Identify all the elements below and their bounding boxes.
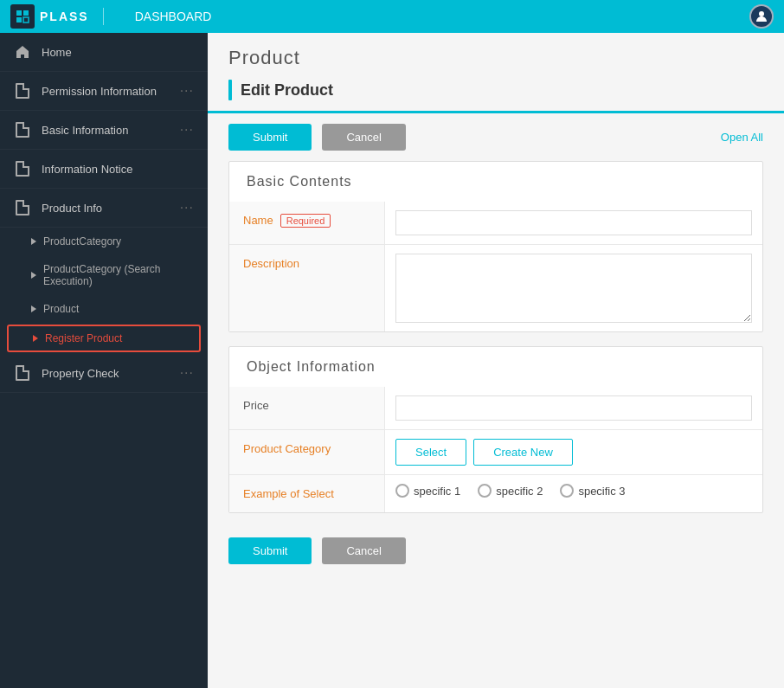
top-bar-divider [103,8,104,25]
sidebar-item-basic-label: Basic Information [42,124,170,137]
radio-specific2[interactable]: specific 2 [478,484,543,498]
object-information-section: Object Information Price Product Categor… [228,346,763,513]
sidebar-item-property-label: Property Check [42,367,170,380]
top-submit-button[interactable]: Submit [228,124,312,151]
logo: PLASS [10,4,89,29]
description-label: Description [229,245,385,331]
arrow-icon-product [31,305,36,312]
svg-rect-3 [23,17,29,23]
sidebar-item-basic[interactable]: Basic Information ··· [0,111,208,150]
content-area: Product Edit Product Submit Cancel Open … [208,33,784,688]
page-icon-basic [14,121,31,138]
main-layout: Home Permission Information ··· Basic In… [0,33,784,688]
page-icon-notice [14,160,31,177]
basic-contents-title: Basic Contents [229,162,762,202]
sidebar-item-home[interactable]: Home [0,33,208,72]
radio-circle-3 [560,484,574,498]
object-information-title: Object Information [229,347,762,387]
radio-circle-1 [395,484,409,498]
arrow-icon-register [33,335,38,342]
sidebar-sub-product-category-search[interactable]: ProductCategory (Search Execution) [0,255,208,295]
edit-header-title: Edit Product [241,81,333,100]
name-label: Name Required [229,202,385,244]
radio-specific1[interactable]: specific 1 [395,484,460,498]
home-icon [14,43,31,61]
sidebar: Home Permission Information ··· Basic In… [0,33,208,688]
sidebar-item-product-info[interactable]: Product Info ··· [0,189,208,228]
page-icon-permission [14,82,31,100]
name-input[interactable] [395,210,752,235]
price-label: Price [229,387,385,429]
page-title: Product [208,33,784,76]
top-action-bar: Submit Cancel Open All [208,113,784,161]
top-cancel-button[interactable]: Cancel [322,124,405,151]
example-select-value: specific 1 specific 2 specific 3 [385,475,762,512]
product-category-label: Product Category [229,430,385,474]
sidebar-item-permission-dots[interactable]: ··· [180,83,194,99]
logo-icon [10,4,35,29]
sidebar-item-product-label: Product Info [42,202,170,215]
sidebar-item-basic-dots[interactable]: ··· [180,122,194,138]
sidebar-item-property-dots[interactable]: ··· [180,365,194,381]
user-avatar[interactable] [749,4,774,29]
sidebar-sub-product-category[interactable]: ProductCategory [0,228,208,255]
example-select-label: Example of Select [229,475,385,512]
bottom-action-bar: Submit Cancel [208,527,784,575]
radio-circle-2 [478,484,492,498]
price-input[interactable] [395,395,752,421]
product-category-row: Product Category Select Create New [229,430,762,475]
sidebar-item-home-label: Home [42,46,194,59]
bottom-cancel-button[interactable]: Cancel [322,537,405,564]
svg-rect-0 [16,10,22,16]
open-all-button[interactable]: Open All [721,131,763,144]
page-icon-property [14,364,31,382]
create-new-button[interactable]: Create New [473,439,573,466]
description-value [385,245,762,331]
edit-header: Edit Product [208,76,784,113]
top-bar: PLASS DASHBOARD [0,0,784,33]
price-value [385,387,762,429]
name-value [385,202,762,244]
sidebar-item-permission-label: Permission Information [42,85,170,98]
sub-label-register-product: Register Product [45,332,122,344]
svg-rect-1 [23,10,29,16]
sub-label-product: Product [43,303,79,315]
description-row: Description [229,245,762,331]
svg-point-4 [759,11,764,16]
sidebar-item-info-notice[interactable]: Information Notice [0,150,208,189]
sidebar-sub-register-product[interactable]: Register Product [7,325,201,352]
arrow-icon-search [31,272,36,279]
name-row: Name Required [229,202,762,245]
page-icon-product [14,199,31,216]
sidebar-item-product-dots[interactable]: ··· [180,200,194,215]
basic-contents-section: Basic Contents Name Required Description [228,161,763,332]
logo-text: PLASS [40,10,89,23]
sidebar-sub-product[interactable]: Product [0,295,208,323]
sidebar-item-permission[interactable]: Permission Information ··· [0,72,208,111]
required-badge: Required [280,214,331,228]
description-input[interactable] [395,254,752,323]
sub-label-product-category-search: ProductCategory (Search Execution) [43,263,194,287]
sidebar-item-property-check[interactable]: Property Check ··· [0,354,208,393]
sidebar-item-notice-label: Information Notice [42,163,194,176]
bottom-submit-button[interactable]: Submit [228,537,312,564]
example-select-row: Example of Select specific 1 specific 2 [229,475,762,512]
product-category-value: Select Create New [385,430,762,474]
select-button[interactable]: Select [395,439,466,466]
sub-label-product-category: ProductCategory [43,235,121,248]
price-row: Price [229,387,762,430]
radio-group: specific 1 specific 2 specific 3 [395,484,626,498]
edit-header-bar [228,80,232,100]
arrow-icon [31,238,36,245]
svg-rect-2 [16,17,22,23]
top-bar-title: DASHBOARD [135,10,212,23]
radio-specific3[interactable]: specific 3 [560,484,625,498]
